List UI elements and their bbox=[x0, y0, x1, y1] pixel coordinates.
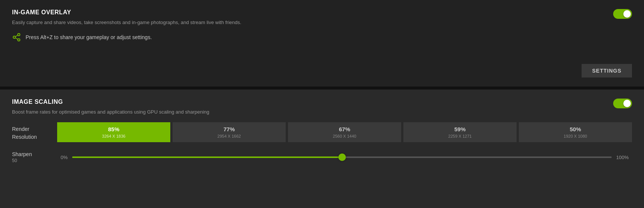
ingame-overlay-section: IN-GAME OVERLAY Easily capture and share… bbox=[0, 0, 644, 87]
svg-point-0 bbox=[18, 33, 20, 36]
render-pct-4: 50% bbox=[570, 126, 581, 132]
render-option-0[interactable]: 85% 3264 X 1836 bbox=[57, 122, 170, 142]
render-res-1: 2954 X 1662 bbox=[217, 134, 241, 138]
render-options-group: 85% 3264 X 1836 77% 2954 X 1662 67% 2560… bbox=[57, 122, 632, 142]
share-hint-text: Press Alt+Z to share your gameplay or ad… bbox=[26, 34, 152, 40]
render-res-0: 3264 X 1836 bbox=[102, 134, 125, 138]
svg-line-4 bbox=[15, 35, 18, 37]
sharpen-label: Sharpen 50 bbox=[12, 151, 57, 163]
share-hint-row: Press Alt+Z to share your gameplay or ad… bbox=[12, 33, 632, 42]
image-scaling-toggle-track bbox=[613, 99, 632, 108]
image-scaling-toggle-knob bbox=[623, 100, 631, 107]
sharpen-label-title: Sharpen bbox=[12, 151, 57, 157]
image-scaling-toggle[interactable] bbox=[613, 99, 632, 108]
render-resolution-label: RenderResolution bbox=[12, 122, 57, 141]
svg-point-1 bbox=[13, 36, 15, 38]
ingame-overlay-description: Easily capture and share videos, take sc… bbox=[12, 20, 632, 25]
svg-point-2 bbox=[18, 39, 20, 41]
toggle-track bbox=[613, 9, 632, 19]
slider-thumb[interactable] bbox=[338, 153, 346, 161]
sharpen-max-label: 100% bbox=[616, 155, 632, 160]
render-resolution-row: RenderResolution 85% 3264 X 1836 77% 295… bbox=[12, 122, 632, 142]
ingame-overlay-toggle[interactable] bbox=[613, 9, 632, 19]
render-option-2[interactable]: 67% 2560 X 1440 bbox=[288, 122, 401, 142]
image-scaling-title: IMAGE SCALING bbox=[12, 99, 632, 105]
ingame-overlay-title: IN-GAME OVERLAY bbox=[12, 9, 632, 16]
sharpen-min-label: 0% bbox=[57, 155, 68, 160]
sharpen-slider[interactable] bbox=[72, 156, 612, 158]
render-pct-1: 77% bbox=[223, 126, 235, 132]
svg-line-3 bbox=[15, 38, 18, 39]
render-option-4[interactable]: 50% 1920 X 1080 bbox=[519, 122, 632, 142]
render-res-3: 2259 X 1271 bbox=[448, 134, 471, 138]
render-option-1[interactable]: 77% 2954 X 1662 bbox=[173, 122, 286, 142]
render-pct-2: 67% bbox=[339, 126, 350, 132]
sharpen-value-display: 50 bbox=[12, 158, 57, 163]
image-scaling-section: IMAGE SCALING Boost frame rates for opti… bbox=[0, 90, 644, 208]
image-scaling-description: Boost frame rates for optimised games an… bbox=[12, 109, 632, 115]
render-option-3[interactable]: 59% 2259 X 1271 bbox=[403, 122, 517, 142]
render-pct-3: 59% bbox=[454, 126, 465, 132]
sharpen-row: Sharpen 50 0% 100% bbox=[12, 151, 632, 163]
section-divider bbox=[0, 87, 644, 90]
slider-track-fill bbox=[72, 156, 342, 158]
toggle-knob bbox=[623, 10, 631, 18]
share-icon bbox=[12, 33, 21, 42]
render-res-4: 1920 X 1080 bbox=[564, 134, 587, 138]
render-pct-0: 85% bbox=[108, 126, 119, 132]
settings-button[interactable]: SETTINGS bbox=[582, 64, 632, 77]
sharpen-slider-container: 0% 100% bbox=[57, 155, 632, 160]
render-res-2: 2560 X 1440 bbox=[333, 134, 356, 138]
